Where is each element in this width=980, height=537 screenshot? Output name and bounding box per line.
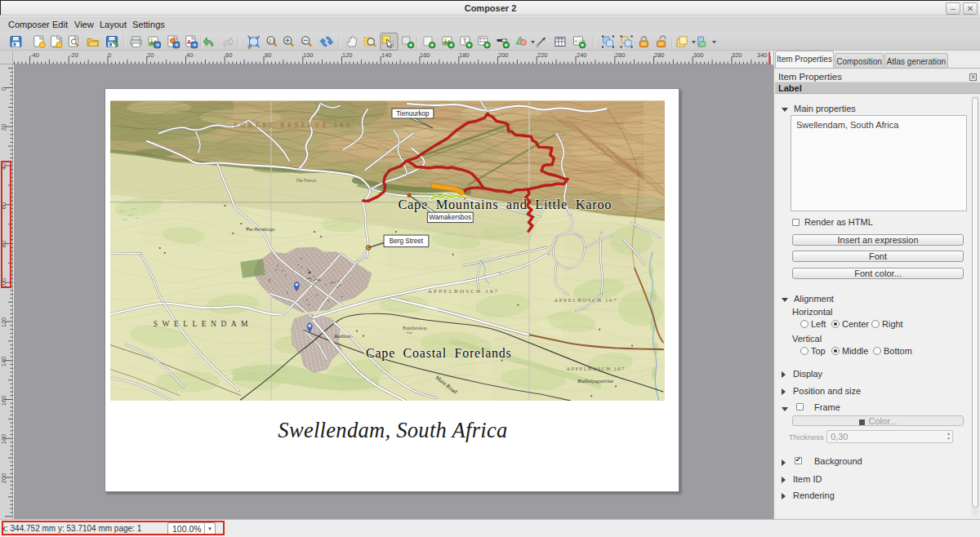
svg-text:Tienuurkop: Tienuurkop (396, 109, 430, 117)
svg-text:120: 120 (342, 51, 353, 59)
svg-text:APPELBOSCH 167: APPELBOSCH 167 (554, 296, 617, 302)
svg-text:160: 160 (0, 396, 7, 406)
svg-text:140: 140 (0, 357, 7, 367)
svg-text:20: 20 (147, 51, 154, 59)
svg-text:Wamakersbos: Wamakersbos (429, 214, 471, 221)
svg-text:FOREST RESERVE 169: FOREST RESERVE 169 (234, 122, 353, 129)
svg-text:140: 140 (381, 51, 392, 59)
svg-text:APPELBOSCH 167: APPELBOSCH 167 (428, 287, 499, 294)
svg-text:The Faroce: The Faroce (296, 178, 316, 183)
svg-text:60: 60 (225, 51, 232, 59)
svg-text:APPELBOSCH 167: APPELBOSCH 167 (566, 365, 625, 371)
svg-text:1:1: 1:1 (269, 38, 276, 43)
svg-text:80: 80 (265, 51, 271, 59)
svg-text:160: 160 (420, 51, 430, 59)
svg-text:-40: -40 (30, 51, 39, 59)
svg-text:120: 120 (0, 317, 7, 328)
svg-text:200: 200 (498, 51, 509, 59)
svg-text:A: A (187, 39, 191, 45)
svg-text:340: 340 (757, 51, 768, 59)
svg-text:20: 20 (0, 124, 7, 131)
svg-text:240: 240 (577, 51, 587, 59)
svg-text:0: 0 (108, 51, 111, 59)
svg-text:- 114 -: - 114 - (404, 330, 414, 334)
svg-text:Railton: Railton (333, 332, 351, 339)
svg-text:0: 0 (0, 87, 7, 91)
svg-text:180: 180 (459, 51, 470, 59)
svg-text:220: 220 (537, 51, 548, 59)
svg-text:The Hermitage: The Hermitage (246, 227, 275, 232)
svg-text:180: 180 (0, 434, 7, 445)
svg-text:Berg Street: Berg Street (390, 237, 424, 245)
svg-text:200: 200 (0, 473, 7, 484)
svg-text:320: 320 (732, 51, 742, 59)
svg-text:Buffeljagsrivier: Buffeljagsrivier (577, 377, 614, 384)
svg-text:Cape Coastal Forelands: Cape Coastal Forelands (366, 345, 512, 360)
svg-text:40: 40 (186, 51, 193, 59)
svg-text:260: 260 (615, 51, 626, 59)
svg-text:100: 100 (303, 51, 314, 59)
svg-text:-20: -20 (69, 51, 78, 59)
svg-text:SWELLENDAM: SWELLENDAM (154, 319, 252, 327)
svg-text:300: 300 (693, 51, 704, 59)
svg-text:280: 280 (654, 51, 665, 59)
